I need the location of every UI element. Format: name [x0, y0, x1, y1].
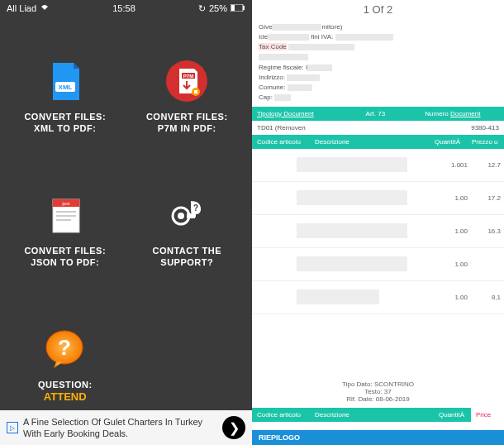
app-grid: XML CONVERT FILES: XML TO PDF: P7M CONVE… — [0, 17, 252, 445]
wifi-icon — [40, 3, 50, 13]
table-row: 1.00 — [252, 248, 504, 281]
svg-text:?: ? — [193, 203, 198, 213]
second-items-header: Codice articolo Descrizione QuantitÀ Pri… — [252, 408, 504, 422]
xml-icon: XML — [42, 59, 88, 104]
svg-rect-9 — [194, 90, 197, 93]
riepilogo-header: RIEPILOGO — [252, 430, 504, 445]
convert-p7m-button[interactable]: P7M CONVERT FILES: P7M IN PDF: — [131, 33, 245, 160]
table-row: 1.00 16.3 — [252, 215, 504, 248]
json-icon: json — [42, 193, 88, 238]
ad-arrow-icon[interactable]: ❯ — [222, 416, 245, 439]
svg-text:?: ? — [58, 335, 71, 360]
items-header: Codice articolo Descrizione QuantitÀ Pre… — [252, 135, 504, 149]
app-screen: All Liad 15:58 ↻ 25% XML CONVERT FILES: … — [0, 0, 252, 445]
support-icon: ? — [164, 193, 210, 238]
convert-xml-button[interactable]: XML CONVERT FILES: XML TO PDF: — [8, 33, 122, 160]
svg-rect-13 — [56, 211, 76, 213]
doc-footer: Tipo Dato: SCONTRINO Testo: 37 Rif. Date… — [252, 376, 504, 408]
status-bar: All Liad 15:58 ↻ 25% — [0, 0, 252, 17]
ad-text: A Fine Selection Of Gulet Charters In Tu… — [23, 416, 222, 440]
ad-banner[interactable]: ▷ A Fine Selection Of Gulet Charters In … — [0, 410, 252, 445]
table-row: 1.00 8,1 — [252, 281, 504, 314]
doc-type-row: TD01 (Removen 9380-413 — [252, 121, 504, 135]
question-icon: ? — [42, 327, 88, 372]
table-row: 1.00 17.2 — [252, 182, 504, 215]
doc-type-header: Tipology Document Art. 73 Numero Documen… — [252, 107, 504, 121]
p7m-icon: P7M — [164, 59, 210, 104]
time-label: 15:58 — [112, 3, 136, 13]
battery-icon — [231, 3, 245, 13]
svg-text:XML: XML — [58, 84, 72, 91]
svg-point-17 — [178, 213, 184, 219]
convert-json-button[interactable]: json CONVERT FILES: JSON TO PDF: — [8, 168, 122, 294]
contact-support-button[interactable]: ? CONTACT THE SUPPORT? — [131, 168, 245, 294]
battery-percent: 25% — [209, 3, 227, 13]
svg-rect-15 — [56, 219, 71, 221]
document-preview: 1 Of 2 Givemitore) Ide fini IVA: Tax Cod… — [252, 0, 504, 445]
items-table: 1.001 12.7 1.00 17.2 1.00 16.3 1.00 1.00… — [252, 149, 504, 376]
refresh-icon: ↻ — [198, 3, 206, 14]
page-indicator: 1 Of 2 — [252, 0, 504, 19]
svg-rect-2 — [243, 6, 245, 10]
table-row: 1.001 12.7 — [252, 149, 504, 182]
carrier-label: All Liad — [7, 3, 36, 13]
svg-rect-14 — [56, 215, 76, 217]
svg-text:json: json — [61, 201, 69, 206]
svg-rect-1 — [231, 5, 235, 11]
doc-header: Givemitore) Ide fini IVA: Tax Code Regim… — [252, 19, 504, 107]
ad-badge-icon: ▷ — [7, 422, 18, 433]
svg-text:P7M: P7M — [183, 74, 193, 79]
